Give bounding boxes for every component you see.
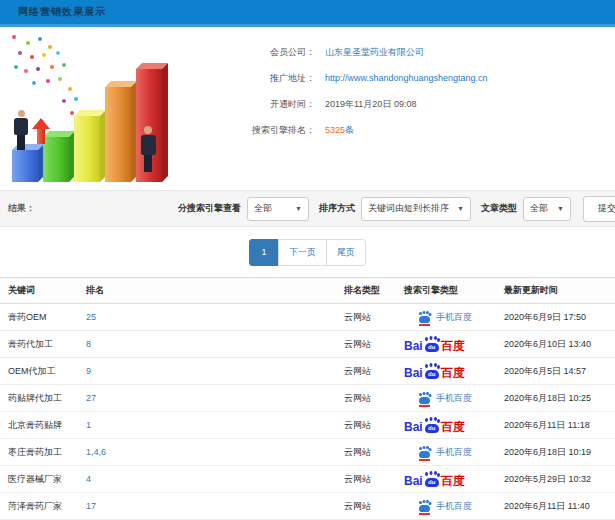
updated-cell: 2020年6月11日 11:18 (504, 419, 615, 432)
mobile-baidu-paw-icon (418, 311, 431, 324)
keyword-cell: 菏泽膏药厂家 (8, 500, 86, 513)
marketing-bar-chart-illustration (0, 27, 195, 190)
baidu-logo-bai-text: Bai (404, 367, 423, 379)
page: 网络营销效果展示 会员公司： 山东皇圣堂药业有限公司 推广地址： http://… (0, 0, 615, 520)
engine-type-cell: Baidu百度 (404, 364, 504, 379)
page-button-current[interactable]: 1 (249, 239, 279, 266)
rank-value-link[interactable]: 4 (86, 474, 91, 484)
rank-cell: 8 (86, 339, 344, 349)
header-updated: 最新更新时间 (504, 284, 615, 297)
updated-cell: 2020年6月18日 10:19 (504, 446, 615, 459)
rank-cell: 1,4,6 (86, 447, 344, 457)
company-name-link[interactable]: 山东皇圣堂药业有限公司 (325, 46, 424, 59)
company-label: 会员公司： (195, 46, 315, 59)
rank-type-cell: 云网站 (344, 392, 404, 405)
rank-cell: 25 (86, 312, 344, 322)
confetti-dots-graphic (12, 35, 16, 39)
updated-cell: 2020年6月10日 13:40 (504, 338, 615, 351)
baidu-logo-du-text: du (425, 343, 439, 352)
rank-cell: 9 (86, 366, 344, 376)
header-rank: 排名 (86, 284, 344, 297)
table-row: 膏药代加工8云网站Baidu百度2020年6月10日 13:40 (0, 331, 615, 358)
updated-cell: 2020年6月11日 11:40 (504, 500, 615, 513)
baidu-logo-bai-text: Bai (404, 421, 423, 433)
rank-value-link[interactable]: 17 (86, 501, 96, 511)
info-row-rank-count: 搜索引擎排名： 5325条 (195, 117, 615, 143)
chevron-down-icon: ▼ (557, 205, 564, 212)
rank-value-link[interactable]: 8 (86, 339, 91, 349)
keyword-cell: 药贴牌代加工 (8, 392, 86, 405)
updated-cell: 2020年6月9日 17:50 (504, 311, 615, 324)
illustration-bar-yellow (74, 116, 100, 182)
engine-type-cell: Baidu百度 (404, 418, 504, 433)
sort-filter-select[interactable]: 关键词由短到长排序 ▼ (361, 197, 471, 221)
baidu-logo-bai-text: Bai (404, 475, 423, 487)
article-type-filter-select[interactable]: 全部 ▼ (523, 197, 571, 221)
engine-type-cell: Baidu百度 (404, 337, 504, 352)
keyword-cell: 北京膏药贴牌 (8, 419, 86, 432)
table-row: 菏泽膏药厂家17云网站手机百度2020年6月11日 11:40 (0, 493, 615, 520)
engine-label: 手机百度 (436, 392, 472, 405)
baidu-logo-bai-text: Bai (404, 340, 423, 352)
baidu-logo-du-text: du (425, 370, 439, 379)
header-keyword: 关键词 (8, 284, 86, 297)
keyword-cell: 枣庄膏药加工 (8, 446, 86, 459)
rank-value-link[interactable]: 1,4,6 (86, 447, 106, 457)
rank-type-cell: 云网站 (344, 500, 404, 513)
chevron-down-icon: ▼ (295, 205, 302, 212)
next-page-button[interactable]: 下一页 (278, 239, 327, 266)
businessman-figure-left (12, 110, 30, 150)
baidu-logo-du-text: du (425, 478, 439, 487)
rank-value-link[interactable]: 25 (86, 312, 96, 322)
rank-type-cell: 云网站 (344, 473, 404, 486)
engine-type-cell: 手机百度 (404, 500, 504, 513)
updated-cell: 2020年5月29日 10:32 (504, 473, 615, 486)
baidu-paw-icon: du (424, 337, 440, 352)
baidu-logo: Baidu百度 (404, 472, 465, 487)
rank-cell: 17 (86, 501, 344, 511)
rank-type-cell: 云网站 (344, 365, 404, 378)
rank-value-link[interactable]: 27 (86, 393, 96, 403)
engine-type-cell: 手机百度 (404, 311, 504, 324)
rank-count-value: 5325条 (325, 124, 354, 137)
mobile-baidu-paw-icon (418, 500, 431, 513)
info-row-open-time: 开通时间： 2019年11月20日 09:08 (195, 91, 615, 117)
updated-cell: 2020年6月5日 14:57 (504, 365, 615, 378)
rank-count-number: 5325 (325, 125, 345, 135)
rank-count-label: 搜索引擎排名： (195, 124, 315, 137)
sort-filter-value: 关键词由短到长排序 (368, 202, 449, 215)
article-type-filter-value: 全部 (530, 202, 548, 215)
table-row: 药贴牌代加工27云网站手机百度2020年6月18日 10:25 (0, 385, 615, 412)
table-body: 膏药OEM25云网站手机百度2020年6月9日 17:50膏药代加工8云网站Ba… (0, 304, 615, 520)
baidu-logo: Baidu百度 (404, 337, 465, 352)
pagination-section: 1 下一页 尾页 (0, 227, 615, 277)
updated-cell: 2020年6月18日 10:25 (504, 392, 615, 405)
rank-value-link[interactable]: 1 (86, 420, 91, 430)
open-time-value: 2019年11月20日 09:08 (325, 98, 416, 111)
promo-url-link[interactable]: http://www.shandonghuangshengtang.cn (325, 73, 488, 83)
baidu-paw-icon: du (424, 418, 440, 433)
engine-type-cell: 手机百度 (404, 446, 504, 459)
up-arrow-graphic (32, 118, 50, 144)
submit-button[interactable]: 提交 (583, 196, 615, 222)
pagination: 1 下一页 尾页 (249, 239, 366, 266)
rank-value-link[interactable]: 9 (86, 366, 91, 376)
sort-filter-label: 排序方式 (319, 202, 355, 215)
engine-type-cell: Baidu百度 (404, 472, 504, 487)
info-row-url: 推广地址： http://www.shandonghuangshengtang.… (195, 65, 615, 91)
keyword-cell: 膏药代加工 (8, 338, 86, 351)
baidu-logo: Baidu百度 (404, 418, 465, 433)
open-time-label: 开通时间： (195, 98, 315, 111)
table-row: OEM代加工9云网站Baidu百度2020年6月5日 14:57 (0, 358, 615, 385)
page-title: 网络营销效果展示 (18, 5, 106, 19)
last-page-button[interactable]: 尾页 (326, 239, 366, 266)
engine-label: 手机百度 (436, 311, 472, 324)
result-label: 结果： (8, 202, 35, 215)
engine-label: 手机百度 (436, 446, 472, 459)
header-engine-type: 搜索引擎类型 (404, 284, 504, 297)
illustration-bar-orange (105, 87, 131, 182)
mobile-baidu-paw-icon (418, 446, 431, 459)
engine-filter-select[interactable]: 全部 ▼ (247, 197, 309, 221)
baidu-logo-brand-text: 百度 (441, 340, 465, 352)
engine-filter-label: 分搜索引擎查看 (178, 202, 241, 215)
